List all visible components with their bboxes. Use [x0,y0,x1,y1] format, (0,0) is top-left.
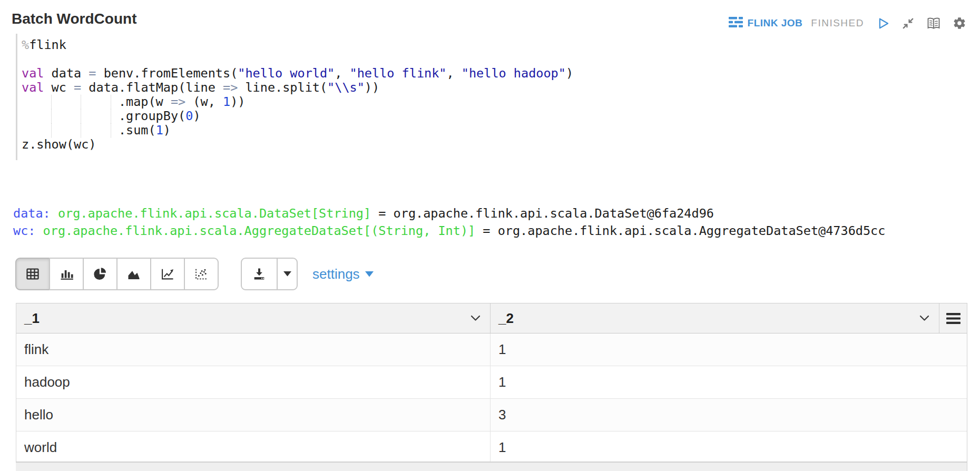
code-token: 1 [223,94,230,109]
paragraph-settings-button[interactable] [953,16,966,30]
code-token: )) [230,94,245,109]
code-token: data [44,66,89,81]
collapse-icon [901,17,915,30]
show-editor-button[interactable] [926,16,941,30]
caret-down-icon [365,271,374,277]
chart-type-line-chart-button[interactable] [150,258,185,290]
code-token: z.show(wc) [22,137,96,152]
code-token: => [223,80,238,95]
code-token: => [171,94,185,109]
code-token: = org.apache.flink.api.scala.DataSet@6fa… [371,206,714,221]
code-token: , [335,66,349,81]
code-token: 1 [156,123,163,138]
line-chart-icon [160,267,175,281]
paragraph-status: FINISHED [811,17,864,29]
code-token: = [89,66,96,81]
code-token: flink [29,37,66,52]
download-group [241,258,298,290]
chart-type-scatter-chart-button[interactable] [184,258,219,290]
play-icon [876,16,890,31]
caret-down-icon [283,271,291,277]
table-cell: 1 [491,431,967,464]
code-line: z.show(wc) [22,138,865,152]
code-token [51,206,58,221]
chart-type-table-button[interactable] [15,258,50,290]
indent-guide [81,95,111,109]
chevron-down-icon[interactable] [919,315,929,321]
code-token: "hello world" [238,66,335,81]
code-token: ) [566,66,573,81]
indent-guide [52,109,82,123]
code-token: 0 [185,109,193,123]
indent-guide [52,123,82,138]
code-token: .groupBy( [111,109,185,123]
collapse-button[interactable] [901,17,915,30]
table-cell: 3 [491,399,967,431]
code-line [22,52,865,66]
indent-guide [22,123,52,138]
table-body: flink1hadoop1hello3world1 [16,333,967,464]
column-label: _1 [24,310,40,327]
table-cell: flink [16,333,491,366]
code-line: .map(w => (w, 1)) [22,95,865,109]
table-menu-button[interactable] [939,303,967,333]
chart-type-bar-chart-button[interactable] [49,258,84,290]
code-token: (w, [185,94,223,109]
bar-chart-icon [58,267,74,281]
download-button[interactable] [241,258,278,290]
table-cell: 1 [491,366,967,398]
code-token: line.split( [238,80,327,95]
code-token: "hello flink" [350,66,447,81]
table-cell: 1 [491,333,967,366]
chart-type-pie-chart-button[interactable] [83,258,117,290]
code-token: ) [163,123,171,138]
column-header-_1[interactable]: _1 [16,303,491,333]
code-token: = [74,80,81,95]
gear-icon [953,16,966,30]
table-footer-strip [16,462,967,471]
indent-guide [22,109,52,123]
table-cell: hadoop [16,366,491,398]
code-token: "hello hadoop" [462,66,566,81]
code-line: %flink [22,38,865,52]
code-token: data.flatMap(line [81,80,223,95]
table-icon [25,267,41,281]
book-icon [926,16,941,30]
scatter-chart-icon [193,267,209,281]
code-token [35,223,43,238]
column-label: _2 [498,310,514,327]
code-token: ) [193,109,200,123]
result-line: wc: org.apache.flink.api.scala.Aggregate… [13,222,885,240]
code-token: org.apache.flink.api.scala.DataSet[Strin… [58,206,371,221]
table-scrollbar-gutter [967,303,980,471]
run-button[interactable] [876,16,890,31]
chart-type-area-chart-button[interactable] [116,258,151,290]
code-token: .sum( [111,123,156,138]
result-output: data: org.apache.flink.api.scala.DataSet… [13,205,885,240]
code-editor[interactable]: %flinkval data = benv.fromElements("hell… [16,34,865,160]
column-header-_2[interactable]: _2 [491,303,939,333]
area-chart-icon [126,267,142,281]
flink-job-icon [729,17,743,30]
code-token: , [447,66,462,81]
table-row: world1 [16,431,967,464]
paragraph-controls: FLINK JOB FINISHED [729,15,966,32]
result-line: data: org.apache.flink.api.scala.DataSet… [13,205,885,222]
chevron-down-icon[interactable] [471,315,481,321]
result-table: _1_2 flink1hadoop1hello3world1 [16,303,967,464]
code-token: wc [44,80,74,95]
indent-guide [81,109,111,123]
download-icon [251,267,267,281]
indent-guide [22,95,52,109]
code-token: org.apache.flink.api.scala.AggregateData… [43,223,476,238]
indent-guide [81,123,111,138]
code-token: wc: [13,223,35,238]
table-cell: world [16,431,491,464]
flink-job-link[interactable]: FLINK JOB [729,17,803,30]
table-row: hadoop1 [16,366,967,399]
download-options-button[interactable] [277,258,298,290]
settings-dropdown[interactable]: settings [312,258,374,290]
flink-job-label: FLINK JOB [748,17,803,29]
table-header: _1_2 [16,303,939,333]
result-toolbar: settings [15,258,374,290]
